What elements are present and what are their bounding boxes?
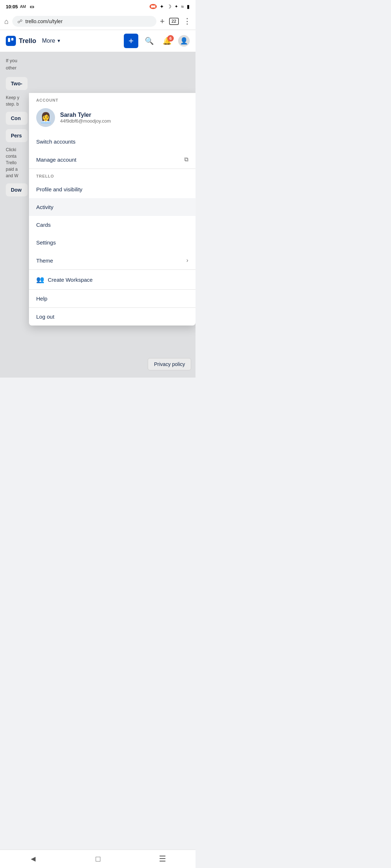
more-button[interactable]: More ▼ — [42, 38, 61, 44]
activity-item[interactable]: Activity — [29, 198, 196, 216]
tab-count[interactable]: 22 — [169, 18, 179, 25]
switch-accounts-label: Switch accounts — [36, 139, 75, 145]
help-item[interactable]: Help — [29, 290, 196, 307]
manage-account-item[interactable]: Manage account ⧉ — [29, 150, 196, 169]
settings-item[interactable]: Settings — [29, 234, 196, 251]
cards-item[interactable]: Cards — [29, 216, 196, 234]
logout-item[interactable]: Log out — [29, 308, 196, 326]
trello-logo-icon — [6, 36, 16, 46]
search-button[interactable]: 🔍 — [143, 37, 156, 45]
dropdown-menu: ACCOUNT 👩‍💼 Sarah Tyler 44f9dbf6@moodjoy… — [29, 93, 196, 326]
user-avatar[interactable]: 👤 — [178, 35, 190, 47]
chevron-down-icon: ▼ — [56, 38, 61, 43]
svg-marker-1 — [154, 5, 155, 8]
logout-label: Log out — [36, 314, 54, 320]
workspace-icon: 👥 — [36, 276, 44, 284]
settings-label: Settings — [36, 239, 56, 246]
external-link-icon: ⧉ — [184, 156, 188, 163]
help-label: Help — [36, 295, 47, 302]
notifications-button[interactable]: 🔔 6 — [160, 37, 174, 45]
chevron-right-icon: › — [186, 257, 188, 264]
trello-section-label: TRELLO — [29, 169, 196, 180]
account-email: 44f9dbf6@moodjoy.com — [60, 118, 111, 124]
svg-rect-0 — [151, 5, 154, 8]
add-button[interactable]: + — [124, 34, 138, 48]
url-bar[interactable]: ☍ trello.com/u/tyler — [12, 16, 156, 27]
cards-label: Cards — [36, 222, 51, 228]
new-tab-button[interactable]: + — [160, 17, 165, 26]
bluetooth-icon: ✦ — [160, 4, 164, 9]
trello-logo-text: Trello — [19, 37, 36, 45]
moon-icon: ☽ — [167, 4, 172, 9]
create-workspace-item[interactable]: 👥 Create Workspace — [29, 270, 196, 289]
browser-actions: + 22 ⋮ — [160, 17, 191, 26]
home-button[interactable]: ⌂ — [4, 17, 9, 26]
time: 10:05 — [6, 4, 18, 9]
status-time: 10:05 AM ▭ — [6, 4, 34, 9]
notification-badge: 6 — [167, 35, 174, 42]
url-security-icon: ☍ — [17, 18, 22, 24]
svg-rect-3 — [11, 38, 13, 41]
create-workspace-label: Create Workspace — [48, 277, 93, 283]
account-avatar: 👩‍💼 — [36, 108, 55, 127]
switch-accounts-item[interactable]: Switch accounts — [29, 133, 196, 150]
profile-visibility-label: Profile and visibility — [36, 186, 83, 192]
video-icon: ▭ — [30, 4, 34, 9]
account-row: 👩‍💼 Sarah Tyler 44f9dbf6@moodjoy.com — [29, 105, 196, 133]
profile-visibility-item[interactable]: Profile and visibility — [29, 180, 196, 198]
account-section-label: ACCOUNT — [29, 93, 196, 105]
status-bar: 10:05 AM ▭ ✦ ☽ ✦ ≈ ▮ — [0, 0, 196, 13]
ampm: AM — [20, 4, 26, 9]
account-info: Sarah Tyler 44f9dbf6@moodjoy.com — [60, 112, 111, 124]
wifi-icon: ≈ — [181, 4, 184, 9]
battery-icon: ▮ — [187, 4, 190, 9]
theme-label: Theme — [36, 258, 53, 264]
url-text: trello.com/u/tyler — [25, 18, 63, 24]
svg-rect-2 — [8, 38, 10, 42]
browser-menu-button[interactable]: ⋮ — [183, 17, 191, 26]
content-area: If youother Two- Keep ystep. b Con Pers … — [0, 52, 196, 378]
record-icon — [150, 4, 157, 9]
trello-logo[interactable]: Trello — [6, 36, 36, 46]
status-icons: ✦ ☽ ✦ ≈ ▮ — [150, 4, 190, 9]
app-header: Trello More ▼ + 🔍 🔔 6 👤 — [0, 30, 196, 52]
sparkle-icon: ✦ — [175, 4, 178, 9]
manage-account-label: Manage account — [36, 157, 76, 163]
browser-bar: ⌂ ☍ trello.com/u/tyler + 22 ⋮ — [0, 13, 196, 30]
more-label: More — [42, 38, 55, 44]
account-name: Sarah Tyler — [60, 112, 111, 118]
theme-item[interactable]: Theme › — [29, 251, 196, 269]
activity-label: Activity — [36, 204, 54, 210]
